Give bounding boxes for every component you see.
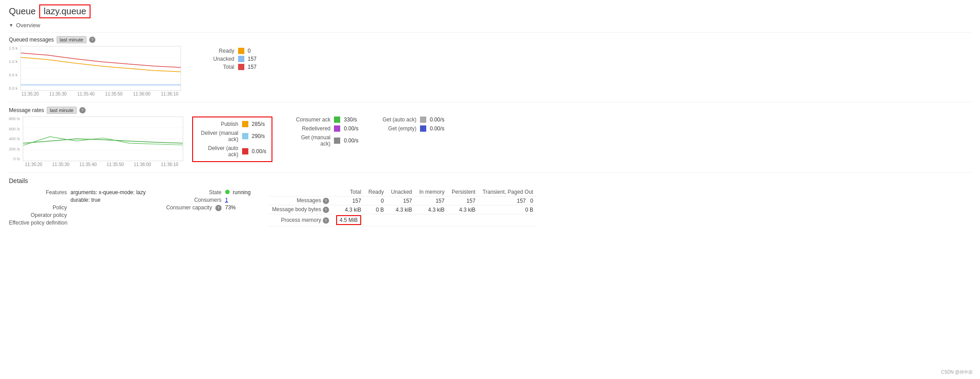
messages-ready: 0: [365, 196, 387, 205]
messages-row: Messages ? 157 0 157 157 157 157 0: [268, 196, 537, 205]
publish-label: Publish: [198, 121, 239, 127]
get-empty-rate: Get (empty) 0.00/s: [376, 125, 445, 132]
messages-in-memory: 157: [416, 196, 448, 205]
process-memory-help[interactable]: ?: [323, 217, 329, 224]
consumer-ack-color: [334, 117, 340, 123]
total-label: Total: [199, 64, 235, 70]
get-empty-label: Get (empty): [376, 125, 416, 132]
queue-label: Queue: [9, 6, 36, 17]
overview-label: Overview: [16, 22, 40, 29]
consumer-ack-label: Consumer ack: [290, 117, 330, 123]
consumer-ack-rate: Consumer ack 330/s: [290, 117, 358, 123]
col-in-memory: In memory: [416, 188, 448, 196]
process-memory-label: Process memory ?: [268, 214, 332, 226]
features-value2: durable: true: [70, 197, 100, 203]
col-transient: Transient, Paged Out: [479, 188, 537, 196]
overview-header: ▼ Overview: [9, 22, 971, 29]
details-mid: State running Consumers 1 Consumer capac…: [164, 188, 251, 212]
publish-rates-box: Publish 285/s Deliver (manual ack) 290/s…: [192, 117, 273, 162]
queued-chart-container: 1.5 k1.0 k0.5 k0.0 k: [9, 46, 181, 96]
time-badge[interactable]: last minute: [57, 36, 86, 43]
consumer-capacity-row: Consumer capacity ? 73%: [164, 204, 251, 211]
deliver-auto-value: 0.00/s: [252, 148, 267, 154]
publish-rate: Publish 285/s: [198, 121, 267, 127]
messages-unacked: 157: [387, 196, 416, 205]
process-memory-row: Process memory ? 4.5 MiB: [268, 214, 537, 226]
body-bytes-unacked: 4.3 kiB: [387, 205, 416, 214]
details-right: Total Ready Unacked In memory Persistent…: [268, 188, 971, 226]
overview-section: ▼ Overview Queued messages last minute ?…: [9, 22, 971, 96]
process-memory-persistent: [448, 214, 479, 226]
table-header: Total Ready Unacked In memory Persistent…: [268, 188, 537, 196]
queued-stats: Ready 0 Unacked 157 Total 157: [199, 46, 257, 72]
publish-value: 285/s: [252, 121, 265, 127]
effective-policy-label: Effective policy definition: [9, 220, 67, 226]
collapse-icon[interactable]: ▼: [9, 23, 13, 28]
state-label: State: [164, 189, 222, 196]
redelivered-rate: Redelivered 0.00/s: [290, 125, 358, 132]
col-label: [268, 188, 332, 196]
unacked-value: 157: [248, 56, 257, 62]
unacked-color: [238, 56, 244, 62]
publish-color: [242, 121, 248, 127]
details-section: Details Features arguments: x-queue-mode…: [9, 177, 971, 227]
get-rates-col: Get (auto ack) 0.00/s Get (empty) 0.00/s: [376, 117, 445, 132]
redelivered-color: [334, 125, 340, 132]
deliver-manual-value: 290/s: [252, 133, 265, 139]
get-manual-rate: Get (manual ack) 0.00/s: [290, 134, 358, 147]
deliver-auto-rate: Deliver (auto ack) 0.00/s: [198, 145, 267, 158]
body-bytes-total: 4.3 kiB: [333, 205, 365, 214]
effective-policy-row: Effective policy definition: [9, 220, 146, 226]
state-row: State running: [164, 189, 251, 196]
messages-table: Total Ready Unacked In memory Persistent…: [268, 188, 537, 226]
consumers-value[interactable]: 1: [225, 197, 228, 203]
redelivered-value: 0.00/s: [344, 125, 358, 132]
features-row: Features arguments: x-queue-mode: lazy: [9, 189, 146, 196]
rates-help[interactable]: ?: [79, 107, 86, 113]
get-empty-value: 0.00/s: [430, 125, 445, 132]
policy-row: Policy: [9, 204, 146, 211]
rates-time-badge[interactable]: last minute: [47, 107, 77, 114]
operator-policy-label: Operator policy: [9, 212, 67, 218]
deliver-auto-label: Deliver (auto ack): [198, 145, 239, 158]
messages-help[interactable]: ?: [323, 198, 329, 204]
ready-label: Ready: [199, 48, 235, 54]
queued-messages-label: Queued messages: [9, 37, 54, 43]
consumers-label: Consumers: [164, 197, 222, 203]
queued-messages-help[interactable]: ?: [89, 37, 95, 43]
messages-total: 157: [333, 196, 365, 205]
details-title: Details: [9, 177, 971, 184]
col-unacked: Unacked: [387, 188, 416, 196]
get-manual-color: [334, 137, 340, 144]
process-memory-transient: [479, 214, 537, 226]
body-bytes-transient: 0 B: [479, 205, 537, 214]
consumer-ack-value: 330/s: [344, 117, 357, 123]
ready-value: 0: [248, 48, 251, 54]
features-label: Features: [9, 189, 67, 196]
get-auto-value: 0.00/s: [430, 117, 445, 123]
total-color: [238, 64, 244, 70]
redelivered-label: Redelivered: [290, 125, 330, 132]
consumer-rates-col: Consumer ack 330/s Redelivered 0.00/s Ge…: [290, 117, 358, 147]
deliver-manual-label: Deliver (manual ack): [198, 130, 239, 142]
rates-content: 800 /s600 /s400 /s200 /s0 /s 11:35:201: [9, 117, 971, 167]
chart1-x-labels: 11:35:2011:35:3011:35:4011:35:5011:36:00…: [9, 92, 178, 96]
process-memory-in-memory: [416, 214, 448, 226]
process-memory-value-box: 4.5 MiB: [336, 215, 362, 225]
body-bytes-label: Message body bytes ?: [268, 205, 332, 214]
get-auto-label: Get (auto ack): [376, 117, 416, 123]
queue-name: lazy.queue: [39, 4, 91, 18]
consumer-capacity-help[interactable]: ?: [215, 205, 222, 211]
deliver-manual-rate: Deliver (manual ack) 290/s: [198, 130, 267, 142]
body-bytes-help[interactable]: ?: [323, 207, 329, 213]
details-left: Features arguments: x-queue-mode: lazy d…: [9, 188, 146, 227]
unacked-label: Unacked: [199, 56, 235, 62]
overview-content: 1.5 k1.0 k0.5 k0.0 k: [9, 46, 971, 96]
col-total: Total: [333, 188, 365, 196]
get-auto-color: [420, 117, 426, 123]
body-bytes-persistent: 4.3 kiB: [448, 205, 479, 214]
message-rates-section: Message rates last minute ? 800 /s600 /s…: [9, 107, 971, 167]
policy-label: Policy: [9, 204, 67, 211]
get-manual-value: 0.00/s: [344, 137, 358, 144]
ready-stat: Ready 0: [199, 48, 257, 54]
